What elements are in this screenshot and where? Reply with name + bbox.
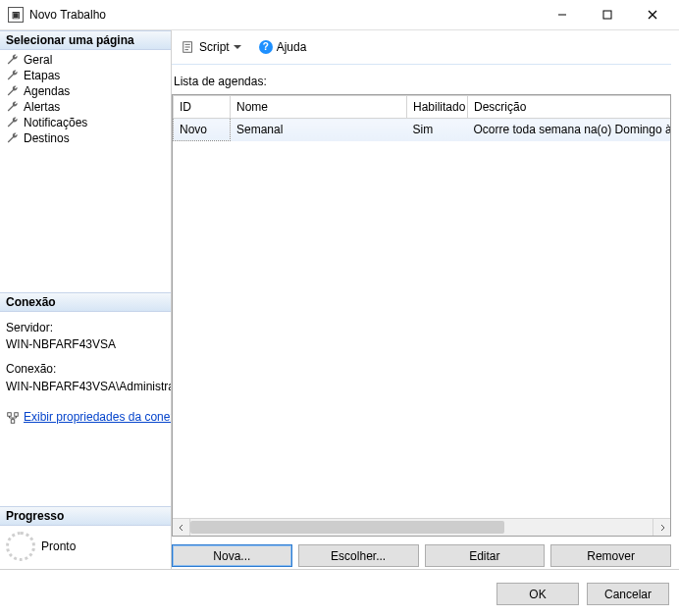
nav-item-label: Alertas [24,100,60,114]
choose-button[interactable]: Escolher... [298,544,419,567]
new-button[interactable]: Nova... [172,544,292,567]
wrench-icon [6,53,20,67]
window-title: Novo Trabalho [29,8,540,22]
wrench-icon [6,69,20,82]
col-header-id[interactable]: ID [174,96,231,119]
wrench-icon [6,84,20,98]
nav-item-agendas[interactable]: Agendas [4,83,171,99]
view-connection-props-link[interactable]: Exibir propriedades da conexão [24,409,172,426]
nav-item-label: Notificações [24,116,87,129]
minimize-button[interactable] [540,0,585,29]
select-page-header: Selecionar uma página [0,30,171,50]
nav-item-label: Destinos [24,131,70,145]
progress-spinner-icon [6,532,35,561]
ok-button[interactable]: OK [496,583,579,605]
help-label: Ajuda [277,40,307,54]
window-controls [540,0,675,29]
app-icon: ▣ [8,7,24,23]
connection-label: Conexão: [6,361,165,378]
scrollbar-track[interactable] [190,519,653,536]
nav-item-notificacoes[interactable]: Notificações [4,115,171,130]
col-header-nome[interactable]: Nome [231,96,407,119]
server-label: Servidor: [6,320,165,336]
nav-item-alertas[interactable]: Alertas [4,99,171,115]
wrench-icon [6,100,20,114]
network-icon [6,411,20,425]
nav-item-label: Geral [24,53,52,67]
maximize-button[interactable] [585,0,630,29]
title-bar: ▣ Novo Trabalho [0,0,679,30]
nav-item-label: Agendas [24,84,70,98]
nav-item-destinos[interactable]: Destinos [4,130,171,146]
nav-item-etapas[interactable]: Etapas [4,68,171,83]
help-button[interactable]: ? Ajuda [255,38,311,56]
close-button[interactable] [630,0,675,29]
chevron-down-icon [234,45,241,49]
content-area: Lista de agendas: ID Nome Habilitado De [172,64,671,569]
toolbar: Script ? Ajuda [172,30,671,64]
cell-id: Novo [174,119,231,141]
svg-rect-5 [15,413,19,417]
left-panel: Selecionar uma página Geral Etapas Agend… [0,30,172,569]
remove-button[interactable]: Remover [550,544,671,567]
connection-value: WIN-NBFARF43VSA\Administrador [6,379,165,395]
dialog-footer: OK Cancelar [0,570,679,616]
nav-item-label: Etapas [24,69,60,82]
wrench-icon [6,131,20,145]
scrollbar-thumb[interactable] [190,521,504,534]
schedule-grid: ID Nome Habilitado Descrição Novo Semana… [172,94,671,537]
edit-button[interactable]: Editar [425,544,546,567]
col-header-descricao[interactable]: Descrição [468,96,671,119]
connection-body: Servidor: WIN-NBFARF43VSA Conexão: WIN-N… [0,312,171,436]
connection-header: Conexão [0,292,171,312]
svg-rect-1 [603,11,611,19]
col-header-habilitado[interactable]: Habilitado [407,96,468,119]
list-label: Lista de agendas: [172,75,671,94]
table-row[interactable]: Novo Semanal Sim Ocorre toda semana na(o… [174,119,671,141]
right-panel: Script ? Ajuda Lista de agendas: [172,30,679,569]
script-label: Script [199,40,230,54]
scroll-left-button[interactable] [173,519,190,536]
nav-item-geral[interactable]: Geral [4,52,171,68]
schedule-table[interactable]: ID Nome Habilitado Descrição Novo Semana… [173,95,670,141]
wrench-icon [6,116,20,129]
grid-actions: Nova... Escolher... Editar Remover [172,537,671,567]
cell-habilitado: Sim [407,119,468,141]
cell-descricao: Ocorre toda semana na(o) Domingo à [468,119,671,141]
script-icon [182,40,195,54]
help-icon: ? [259,40,273,54]
script-dropdown[interactable]: Script [178,38,245,56]
svg-rect-4 [8,413,12,417]
progress-header: Progresso [0,506,171,526]
cell-nome: Semanal [231,119,407,141]
nav-list: Geral Etapas Agendas Alertas Notificaçõe… [0,50,171,152]
server-value: WIN-NBFARF43VSA [6,336,165,353]
svg-rect-6 [11,420,15,424]
progress-status: Pronto [41,539,76,553]
horizontal-scrollbar[interactable] [173,518,670,536]
cancel-button[interactable]: Cancelar [587,583,669,605]
progress-body: Pronto [0,526,171,569]
scroll-right-button[interactable] [653,519,670,536]
